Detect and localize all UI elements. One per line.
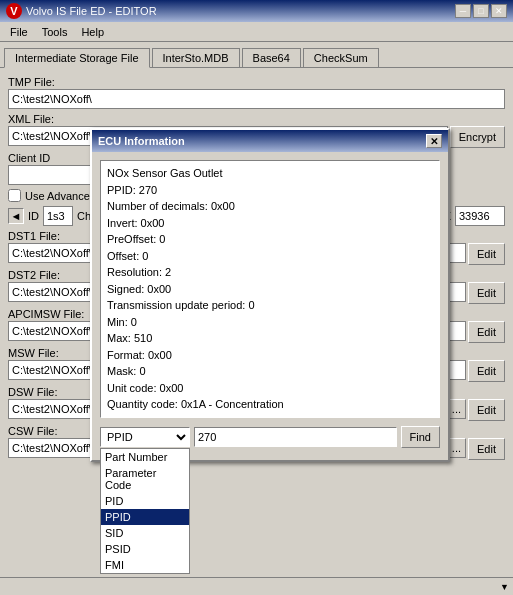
dropdown-sid[interactable]: SID xyxy=(101,525,189,541)
ppid-value-input[interactable] xyxy=(194,427,397,447)
tab-base64[interactable]: Base64 xyxy=(242,48,301,67)
minimize-button[interactable]: ─ xyxy=(455,4,471,18)
dropdown-psid[interactable]: PSID xyxy=(101,541,189,557)
info-line-7: Signed: 0x00 xyxy=(107,281,433,298)
dropdown-row: Part Number Parameter Code PID PPID SID … xyxy=(100,426,440,448)
dropdown-list: Part Number Parameter Code PID PPID SID … xyxy=(100,448,190,574)
info-line-8: Transmission update period: 0 xyxy=(107,297,433,314)
title-bar-buttons: ─ □ ✕ xyxy=(455,4,507,18)
ecu-info-text: NOx Sensor Gas Outlet PPID: 270 Number o… xyxy=(100,160,440,418)
tab-strip: Intermediate Storage File InterSto.MDB B… xyxy=(0,42,513,68)
app-icon: V xyxy=(6,3,22,19)
main-content: TMP File: XML File: Encrypt Client ID Us… xyxy=(0,68,513,595)
info-line-12: Mask: 0 xyxy=(107,363,433,380)
dropdown-fmi[interactable]: FMI xyxy=(101,557,189,573)
info-line-14: Quantity code: 0x1A - Concentration xyxy=(107,396,433,413)
dropdown-pid[interactable]: PID xyxy=(101,493,189,509)
dropdown-ppid[interactable]: PPID xyxy=(101,509,189,525)
info-line-4: PreOffset: 0 xyxy=(107,231,433,248)
title-bar: V Volvo IS File ED - EDITOR ─ □ ✕ xyxy=(0,0,513,22)
info-line-1: PPID: 270 xyxy=(107,182,433,199)
info-line-10: Max: 510 xyxy=(107,330,433,347)
info-line-13: Unit code: 0x00 xyxy=(107,380,433,397)
info-line-2: Number of decimals: 0x00 xyxy=(107,198,433,215)
dialog-title: ECU Information xyxy=(98,135,185,147)
info-line-5: Offset: 0 xyxy=(107,248,433,265)
dropdown-parameter-code[interactable]: Parameter Code xyxy=(101,465,189,493)
menu-tools[interactable]: Tools xyxy=(36,24,74,40)
info-line-11: Format: 0x00 xyxy=(107,347,433,364)
dialog-title-bar: ECU Information ✕ xyxy=(92,130,448,152)
info-line-0: NOx Sensor Gas Outlet xyxy=(107,165,433,182)
app-title: Volvo IS File ED - EDITOR xyxy=(26,5,157,17)
menu-bar: File Tools Help xyxy=(0,22,513,42)
tab-checksum[interactable]: CheckSum xyxy=(303,48,379,67)
close-button[interactable]: ✕ xyxy=(491,4,507,18)
menu-help[interactable]: Help xyxy=(75,24,110,40)
ecu-dialog: ECU Information ✕ NOx Sensor Gas Outlet … xyxy=(90,128,450,462)
menu-file[interactable]: File xyxy=(4,24,34,40)
ppid-select-container: Part Number Parameter Code PID PPID SID … xyxy=(100,427,190,447)
info-line-6: Resolution: 2 xyxy=(107,264,433,281)
modal-overlay: ECU Information ✕ NOx Sensor Gas Outlet … xyxy=(0,68,513,595)
tab-intermediate[interactable]: Intermediate Storage File xyxy=(4,48,150,68)
dropdown-part-number[interactable]: Part Number xyxy=(101,449,189,465)
maximize-button[interactable]: □ xyxy=(473,4,489,18)
dialog-close-button[interactable]: ✕ xyxy=(426,134,442,148)
dialog-body: NOx Sensor Gas Outlet PPID: 270 Number o… xyxy=(92,152,448,460)
tab-intersto[interactable]: InterSto.MDB xyxy=(152,48,240,67)
ppid-select[interactable]: Part Number Parameter Code PID PPID SID … xyxy=(100,427,190,447)
find-button[interactable]: Find xyxy=(401,426,440,448)
info-line-3: Invert: 0x00 xyxy=(107,215,433,232)
info-line-9: Min: 0 xyxy=(107,314,433,331)
